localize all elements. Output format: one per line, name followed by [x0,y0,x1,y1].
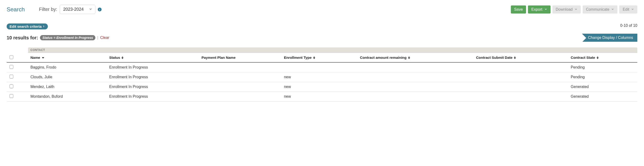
contact-group-header: CONTACT [28,47,637,53]
cell-status: Enrollment In Progress [107,82,199,91]
separator: | [97,36,98,40]
cell-status: Enrollment In Progress [107,62,199,72]
sort-icon [514,56,516,59]
results-left: 10 results for: Status = Enrollment In P… [7,35,109,41]
sort-icon [408,56,410,59]
topbar: Search Filter by: 2023-2024 i Save Expor… [7,5,637,14]
action-buttons: Save Export Download Communicate [511,5,637,13]
col-enrollment-type[interactable]: Enrollment Type [282,53,358,62]
info-icon[interactable]: i [98,7,102,11]
export-label: Export [531,7,542,12]
cell-contract-state: Generated [568,91,637,101]
cell-payment-plan [199,82,282,91]
col-payment-plan[interactable]: Payment Plan Name [199,53,282,62]
year-filter-value: 2023-2024 [63,7,84,12]
filter-label: Filter by: [39,7,57,12]
save-label: Save [514,7,523,12]
select-all-checkbox[interactable] [10,55,13,59]
table-row: Montandon, Buford Enrollment In Progress… [7,91,637,101]
col-amount-remaining[interactable]: Contract amount remaining [358,53,474,62]
cell-name: Montandon, Buford [28,91,107,101]
chevron-down-icon [574,7,578,12]
sort-icon [597,56,598,59]
row-checkbox-cell [7,72,16,82]
row-spacer [16,82,28,91]
year-filter-select[interactable]: 2023-2024 [60,5,95,14]
filter-pill: Status = Enrollment In Progress [40,35,95,40]
results-count-label: 10 results for: [7,35,38,41]
topbar-left: Search Filter by: 2023-2024 i [7,5,102,14]
cell-status: Enrollment In Progress [107,72,199,82]
row-checkbox[interactable] [10,94,13,98]
page-count: 0-10 of 10 [620,23,637,28]
cell-submit-date [474,82,568,91]
col-enrollment-type-label: Enrollment Type [284,56,312,60]
chevron-right-icon [42,24,45,28]
cell-name: Baggins, Frodo [28,62,107,72]
col-status-label: Status [109,56,120,60]
row-spacer [16,62,28,72]
col-name-label: Name [30,56,40,60]
edit-row: Edit search criteria 0-10 of 10 [7,23,637,29]
spacer-header [16,53,28,62]
col-name[interactable]: Name [28,53,107,62]
cell-enrollment-type [282,62,358,72]
filter-group: Filter by: 2023-2024 i [39,5,102,14]
cell-amount-remaining [358,91,474,101]
col-amount-remaining-label: Contract amount remaining [360,56,407,60]
chevron-down-icon [89,7,92,12]
cell-submit-date [474,62,568,72]
row-checkbox[interactable] [10,84,13,88]
cell-payment-plan [199,91,282,101]
col-status[interactable]: Status [107,53,199,62]
cell-name: Clouds, Julie [28,72,107,82]
sort-icon [122,56,124,59]
row-checkbox-cell [7,91,16,101]
export-button[interactable]: Export [528,5,550,13]
cell-payment-plan [199,62,282,72]
results-table: Name Status Payment Plan Name Enrollment… [7,53,637,101]
cell-submit-date [474,72,568,82]
edit-criteria-label: Edit search criteria [10,24,42,28]
row-checkbox[interactable] [10,75,13,79]
table-row: Baggins, Frodo Enrollment In Progress Pe… [7,62,637,72]
group-header-row: CONTACT [7,47,637,53]
col-contract-state-label: Contract State [571,56,595,60]
page-title: Search [7,6,25,13]
row-checkbox-cell [7,62,16,72]
download-button[interactable]: Download [552,5,581,13]
cell-enrollment-type: new [282,91,358,101]
chevron-down-icon [544,7,547,12]
results-row: 10 results for: Status = Enrollment In P… [7,34,637,42]
group-header-spacer [7,47,28,53]
col-contract-state[interactable]: Contract State [568,53,637,62]
row-checkbox[interactable] [10,65,13,69]
row-spacer [16,91,28,101]
chevron-down-icon [611,7,614,12]
communicate-button[interactable]: Communicate [583,5,618,13]
row-spacer [16,72,28,82]
select-all-header [7,53,16,62]
edit-search-criteria-button[interactable]: Edit search criteria [7,23,48,29]
sort-desc-icon [42,57,44,59]
edit-button[interactable]: Edit [619,5,637,13]
col-submit-date[interactable]: Contract Submit Date [474,53,568,62]
cell-enrollment-type: new [282,82,358,91]
col-payment-plan-label: Payment Plan Name [202,56,236,60]
change-display-label: Change Display / Columns [588,36,633,40]
cell-payment-plan [199,72,282,82]
edit-label: Edit [622,7,629,12]
cell-contract-state: Pending [568,62,637,72]
change-display-button[interactable]: Change Display / Columns [582,34,637,42]
cell-enrollment-type: new [282,72,358,82]
results-table-wrap: CONTACT Name Status [7,47,637,101]
cell-contract-state: Generated [568,82,637,91]
save-button[interactable]: Save [511,5,526,13]
cell-amount-remaining [358,72,474,82]
row-checkbox-cell [7,82,16,91]
chevron-down-icon [631,7,634,12]
table-row: Clouds, Julie Enrollment In Progress new… [7,72,637,82]
cell-submit-date [474,91,568,101]
col-submit-date-label: Contract Submit Date [476,56,512,60]
clear-filter-link[interactable]: Clear [100,36,109,40]
